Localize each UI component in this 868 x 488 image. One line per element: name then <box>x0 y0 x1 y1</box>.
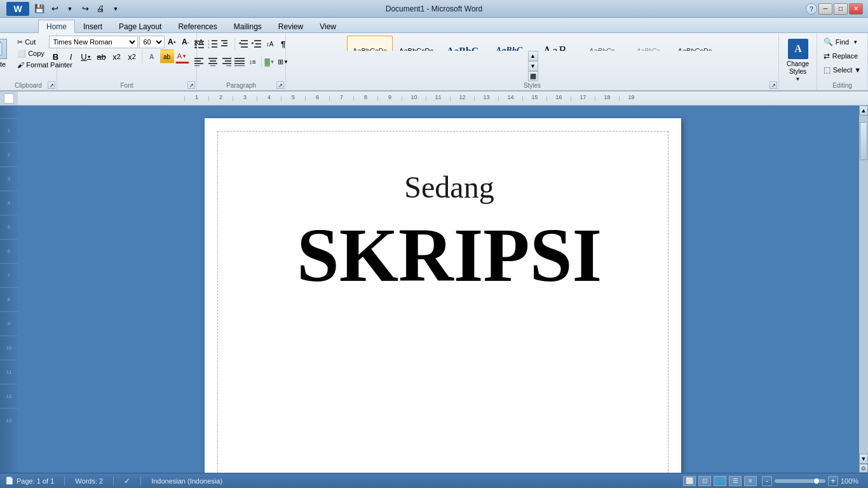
para-sep2 <box>261 56 262 67</box>
align-center-btn[interactable] <box>207 55 219 68</box>
help-btn[interactable]: ? <box>806 3 817 15</box>
style-emphasis[interactable]: AaBbCcDc Emphasis <box>672 36 717 51</box>
select-button[interactable]: ⬚ Select ▼ <box>820 64 865 76</box>
ruler-corner-btn[interactable] <box>4 93 14 104</box>
tab-view[interactable]: View <box>311 20 344 33</box>
align-left-btn[interactable] <box>193 55 206 68</box>
save-quick-btn[interactable]: 💾 <box>33 3 46 15</box>
tab-home[interactable]: Home <box>38 20 75 33</box>
style-heading2[interactable]: AaBbC Heading 2 <box>486 36 532 51</box>
scroll-up-btn[interactable]: ▲ <box>859 105 868 116</box>
increase-indent-btn[interactable] <box>250 37 263 50</box>
find-button[interactable]: 🔍 Find ▼ <box>820 36 861 48</box>
word-count: Words: 2 <box>75 477 103 485</box>
shading-btn[interactable]: ▓▼ <box>264 55 276 68</box>
style-normal[interactable]: AaBbCcDc ¶ Normal <box>347 36 393 51</box>
ruler-mark: 11 <box>426 96 450 101</box>
print-layout-btn[interactable]: ⬜ <box>683 476 696 486</box>
ruler-mark: 19 <box>619 96 643 101</box>
style-title[interactable]: AaB Title <box>532 36 578 51</box>
svg-point-13 <box>194 43 197 46</box>
zoom-handle[interactable] <box>813 478 820 484</box>
font-name-select[interactable]: Times New Roman <box>49 36 138 48</box>
styles-expand-btn[interactable]: ⬛ <box>528 71 538 81</box>
increase-font-btn[interactable]: A+ <box>166 36 179 48</box>
qa-dropdown-btn[interactable]: ▼ <box>109 3 122 15</box>
style-nospace[interactable]: AaBbCcDc ¶ No Spaci... <box>393 36 439 51</box>
full-reading-btn[interactable]: ⊡ <box>698 476 711 486</box>
change-styles-dropdown: ▼ <box>796 76 801 82</box>
italic-button[interactable]: I <box>64 50 78 64</box>
undo-down-btn[interactable]: ▼ <box>64 3 76 15</box>
scroll-down-btn[interactable]: ▼ <box>859 454 868 464</box>
document-page: Sedang SKRIPSI <box>205 118 681 473</box>
maximize-btn[interactable]: □ <box>834 3 848 15</box>
find-dropdown: ▼ <box>853 39 858 45</box>
tab-page-layout[interactable]: Page Layout <box>111 20 170 33</box>
text-effect-button[interactable]: A <box>145 50 159 64</box>
document-text-sedang[interactable]: Sedang <box>404 170 494 205</box>
subscript-button[interactable]: x2 <box>110 50 124 64</box>
ruler-mark: 7 <box>329 96 353 101</box>
decrease-indent-btn[interactable] <box>237 37 250 50</box>
zoom-slider[interactable] <box>775 479 825 483</box>
tab-insert[interactable]: Insert <box>75 20 111 33</box>
style-subtitle[interactable]: AaBbCc Subtitle <box>579 36 625 51</box>
font-name-row: Times New Roman 60 A+ A- ✕A <box>49 36 205 48</box>
style-subtle-emphasis[interactable]: AaBbCc Subtle Em... <box>625 36 671 51</box>
draft-btn[interactable]: ≡ <box>744 476 757 486</box>
styles-scroll-up[interactable]: ▲ <box>528 51 538 61</box>
line-spacing-btn[interactable]: ↕≡ <box>247 55 259 68</box>
select-browse-btn[interactable]: ⊙ <box>859 464 868 473</box>
multilevel-btn[interactable] <box>220 37 233 50</box>
outline-btn[interactable]: ☰ <box>729 476 742 486</box>
style-title-preview: AaB <box>543 44 568 51</box>
tab-review[interactable]: Review <box>270 20 311 33</box>
undo-quick-btn[interactable]: ↩ <box>48 3 61 15</box>
sort-btn[interactable]: ↕A <box>264 37 276 50</box>
superscript-button[interactable]: x2 <box>125 50 139 64</box>
zoom-percent[interactable]: 100% <box>841 477 863 485</box>
svg-rect-18 <box>212 40 217 41</box>
vertical-scrollbar[interactable]: ▲ ▼ ⊙ <box>859 105 868 473</box>
styles-scroll-down[interactable]: ▼ <box>528 61 538 71</box>
close-btn[interactable]: ✕ <box>849 3 863 15</box>
web-layout-btn[interactable]: 🌐 <box>714 476 726 486</box>
document-area[interactable]: 1 2 3 4 5 6 7 8 9 10 11 12 13 Sedang SKR… <box>0 105 868 473</box>
print-quick-btn[interactable]: 🖨 <box>94 3 107 15</box>
style-h1-preview: AaBbC <box>447 45 479 51</box>
replace-button[interactable]: ⇄ Replace <box>820 50 861 62</box>
select-icon: ⬚ <box>824 65 831 74</box>
change-styles-button[interactable]: A ChangeStyles ▼ <box>783 36 812 85</box>
style-heading1[interactable]: AaBbC Heading 1 <box>440 36 485 51</box>
styles-expand-corner[interactable]: ↗ <box>770 81 777 89</box>
font-color-button[interactable]: A▼ <box>175 50 189 64</box>
paragraph-expand-btn[interactable]: ↗ <box>276 81 284 89</box>
page-content[interactable]: Sedang SKRIPSI <box>217 131 668 473</box>
bullets-btn[interactable] <box>193 37 206 50</box>
minimize-btn[interactable]: ─ <box>818 3 832 15</box>
decrease-font-btn[interactable]: A- <box>179 36 192 48</box>
redo-quick-btn[interactable]: ↪ <box>79 3 92 15</box>
zoom-out-btn[interactable]: - <box>762 476 772 486</box>
document-text-skripsi[interactable]: SKRIPSI <box>297 217 602 294</box>
svg-rect-22 <box>212 46 217 48</box>
svg-rect-46 <box>234 58 245 59</box>
svg-rect-16 <box>198 47 204 48</box>
numbering-btn[interactable]: 1. 2. 3. <box>207 37 219 50</box>
status-sep3 <box>140 477 141 485</box>
ruler-mark: 13 <box>474 96 498 101</box>
align-right-btn[interactable] <box>220 55 233 68</box>
font-size-select[interactable]: 60 <box>139 36 165 48</box>
strikethrough-button[interactable]: ab <box>95 50 109 64</box>
underline-button[interactable]: U▼ <box>79 50 93 64</box>
tab-references[interactable]: References <box>170 20 225 33</box>
highlight-button[interactable]: ab <box>160 50 174 64</box>
scroll-thumb[interactable] <box>860 122 867 160</box>
zoom-in-btn[interactable]: + <box>828 476 838 486</box>
paste-button[interactable]: Paste <box>0 36 13 71</box>
justify-btn[interactable] <box>233 55 246 68</box>
copy-icon: ⬜ <box>17 50 26 57</box>
bold-button[interactable]: B <box>49 50 63 64</box>
tab-mailings[interactable]: Mailings <box>226 20 270 33</box>
